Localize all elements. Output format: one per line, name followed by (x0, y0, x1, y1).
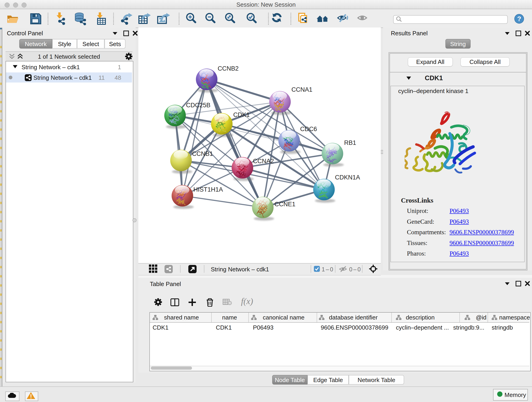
svg-text:CDKN1A: CDKN1A (335, 174, 360, 181)
svg-text:CCNA1: CCNA1 (291, 86, 312, 93)
svg-text:CDC6: CDC6 (300, 126, 317, 133)
svg-text:CCNB2: CCNB2 (218, 65, 239, 72)
svg-text:?: ? (517, 15, 521, 22)
svg-text:CDC25B: CDC25B (186, 102, 210, 109)
svg-text:CCNE1: CCNE1 (274, 201, 296, 208)
svg-text:CCNB1: CCNB1 (192, 150, 213, 157)
svg-text:RB1: RB1 (344, 139, 356, 146)
svg-text:CDK1: CDK1 (233, 111, 250, 118)
svg-text:CCNA2: CCNA2 (253, 158, 274, 165)
svg-text:HIST1H1A: HIST1H1A (193, 186, 223, 193)
